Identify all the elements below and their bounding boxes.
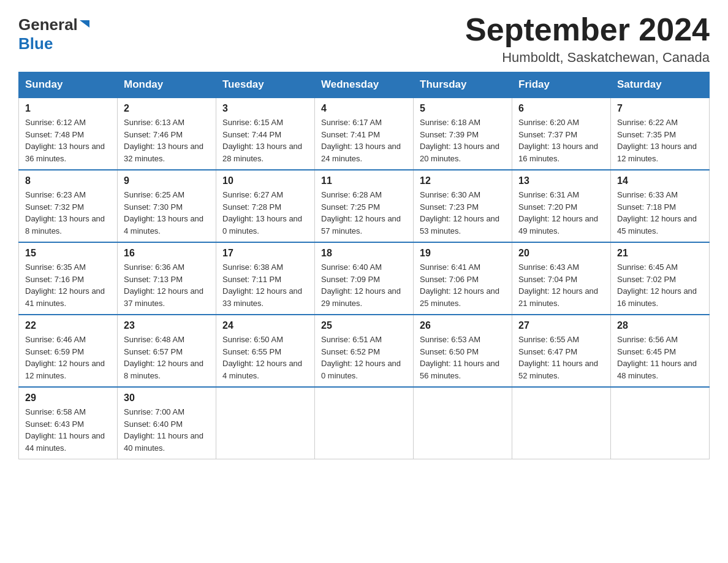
calendar-day-cell: 19Sunrise: 6:41 AMSunset: 7:06 PMDayligh…: [414, 242, 512, 315]
day-info: Sunrise: 6:50 AMSunset: 6:55 PMDaylight:…: [222, 334, 308, 381]
calendar-week-row: 29Sunrise: 6:58 AMSunset: 6:43 PMDayligh…: [19, 387, 710, 459]
calendar-day-cell: 26Sunrise: 6:53 AMSunset: 6:50 PMDayligh…: [414, 315, 512, 387]
calendar-day-cell: 2Sunrise: 6:13 AMSunset: 7:46 PMDaylight…: [118, 98, 216, 170]
calendar-column-header: Friday: [512, 72, 611, 98]
calendar-day-cell: 23Sunrise: 6:48 AMSunset: 6:57 PMDayligh…: [118, 315, 216, 387]
calendar-day-cell: 21Sunrise: 6:45 AMSunset: 7:02 PMDayligh…: [611, 242, 710, 315]
calendar-day-cell: 10Sunrise: 6:27 AMSunset: 7:28 PMDayligh…: [216, 170, 315, 242]
day-info: Sunrise: 6:38 AMSunset: 7:11 PMDaylight:…: [222, 261, 308, 309]
title-block: September 2024 Humboldt, Saskatchewan, C…: [465, 12, 710, 66]
calendar-day-cell: 22Sunrise: 6:46 AMSunset: 6:59 PMDayligh…: [19, 315, 118, 387]
logo: General Blue: [18, 12, 89, 53]
calendar-day-cell: [216, 387, 315, 459]
day-number: 14: [617, 175, 703, 186]
logo-general-text: General: [18, 15, 78, 34]
calendar-day-cell: 11Sunrise: 6:28 AMSunset: 7:25 PMDayligh…: [315, 170, 414, 242]
calendar-day-cell: [315, 387, 414, 459]
day-number: 24: [222, 320, 308, 331]
calendar-day-cell: 27Sunrise: 6:55 AMSunset: 6:47 PMDayligh…: [512, 315, 611, 387]
day-number: 5: [420, 103, 506, 114]
calendar-column-header: Saturday: [611, 72, 710, 98]
day-info: Sunrise: 6:27 AMSunset: 7:28 PMDaylight:…: [222, 189, 308, 237]
calendar-header-row: SundayMondayTuesdayWednesdayThursdayFrid…: [19, 72, 710, 98]
calendar-day-cell: 14Sunrise: 6:33 AMSunset: 7:18 PMDayligh…: [611, 170, 710, 242]
calendar-table: SundayMondayTuesdayWednesdayThursdayFrid…: [18, 72, 710, 459]
day-info: Sunrise: 6:35 AMSunset: 7:16 PMDaylight:…: [25, 261, 111, 309]
day-info: Sunrise: 6:55 AMSunset: 6:47 PMDaylight:…: [518, 334, 604, 381]
calendar-week-row: 8Sunrise: 6:23 AMSunset: 7:32 PMDaylight…: [19, 170, 710, 242]
calendar-day-cell: 1Sunrise: 6:12 AMSunset: 7:48 PMDaylight…: [19, 98, 118, 170]
day-info: Sunrise: 6:41 AMSunset: 7:06 PMDaylight:…: [420, 261, 506, 309]
day-number: 28: [617, 320, 703, 331]
day-info: Sunrise: 6:56 AMSunset: 6:45 PMDaylight:…: [617, 334, 703, 381]
day-info: Sunrise: 6:36 AMSunset: 7:13 PMDaylight:…: [124, 261, 210, 309]
calendar-week-row: 22Sunrise: 6:46 AMSunset: 6:59 PMDayligh…: [19, 315, 710, 387]
calendar-day-cell: 9Sunrise: 6:25 AMSunset: 7:30 PMDaylight…: [118, 170, 216, 242]
day-info: Sunrise: 6:13 AMSunset: 7:46 PMDaylight:…: [124, 117, 210, 164]
day-info: Sunrise: 6:17 AMSunset: 7:41 PMDaylight:…: [321, 117, 407, 164]
day-info: Sunrise: 6:31 AMSunset: 7:20 PMDaylight:…: [518, 189, 604, 237]
logo-blue-text: Blue: [18, 34, 53, 53]
calendar-day-cell: 6Sunrise: 6:20 AMSunset: 7:37 PMDaylight…: [512, 98, 611, 170]
calendar-week-row: 1Sunrise: 6:12 AMSunset: 7:48 PMDaylight…: [19, 98, 710, 170]
day-number: 22: [25, 320, 111, 331]
calendar-day-cell: 13Sunrise: 6:31 AMSunset: 7:20 PMDayligh…: [512, 170, 611, 242]
calendar-day-cell: 5Sunrise: 6:18 AMSunset: 7:39 PMDaylight…: [414, 98, 512, 170]
calendar-day-cell: [611, 387, 710, 459]
day-number: 23: [124, 320, 210, 331]
calendar-column-header: Monday: [118, 72, 216, 98]
calendar-day-cell: 18Sunrise: 6:40 AMSunset: 7:09 PMDayligh…: [315, 242, 414, 315]
calendar-day-cell: [512, 387, 611, 459]
calendar-day-cell: 8Sunrise: 6:23 AMSunset: 7:32 PMDaylight…: [19, 170, 118, 242]
day-number: 10: [222, 175, 308, 186]
day-info: Sunrise: 6:33 AMSunset: 7:18 PMDaylight:…: [617, 189, 703, 237]
day-number: 19: [420, 248, 506, 259]
calendar-day-cell: 17Sunrise: 6:38 AMSunset: 7:11 PMDayligh…: [216, 242, 315, 315]
day-number: 18: [321, 248, 407, 259]
day-info: Sunrise: 6:20 AMSunset: 7:37 PMDaylight:…: [518, 117, 604, 164]
calendar-day-cell: [414, 387, 512, 459]
calendar-day-cell: 30Sunrise: 7:00 AMSunset: 6:40 PMDayligh…: [118, 387, 216, 459]
day-info: Sunrise: 6:58 AMSunset: 6:43 PMDaylight:…: [25, 406, 111, 454]
day-info: Sunrise: 6:46 AMSunset: 6:59 PMDaylight:…: [25, 334, 111, 381]
calendar-day-cell: 15Sunrise: 6:35 AMSunset: 7:16 PMDayligh…: [19, 242, 118, 315]
calendar-day-cell: 3Sunrise: 6:15 AMSunset: 7:44 PMDaylight…: [216, 98, 315, 170]
day-number: 21: [617, 248, 703, 259]
day-number: 8: [25, 175, 111, 186]
calendar-day-cell: 28Sunrise: 6:56 AMSunset: 6:45 PMDayligh…: [611, 315, 710, 387]
day-info: Sunrise: 6:51 AMSunset: 6:52 PMDaylight:…: [321, 334, 407, 381]
day-info: Sunrise: 7:00 AMSunset: 6:40 PMDaylight:…: [124, 406, 210, 454]
day-info: Sunrise: 6:48 AMSunset: 6:57 PMDaylight:…: [124, 334, 210, 381]
day-number: 17: [222, 248, 308, 259]
day-info: Sunrise: 6:22 AMSunset: 7:35 PMDaylight:…: [617, 117, 703, 164]
calendar-day-cell: 29Sunrise: 6:58 AMSunset: 6:43 PMDayligh…: [19, 387, 118, 459]
day-number: 29: [25, 393, 111, 404]
day-number: 25: [321, 320, 407, 331]
day-info: Sunrise: 6:45 AMSunset: 7:02 PMDaylight:…: [617, 261, 703, 309]
day-number: 2: [124, 103, 210, 114]
day-number: 1: [25, 103, 111, 114]
calendar-column-header: Tuesday: [216, 72, 315, 98]
calendar-day-cell: 4Sunrise: 6:17 AMSunset: 7:41 PMDaylight…: [315, 98, 414, 170]
day-number: 7: [617, 103, 703, 114]
day-info: Sunrise: 6:40 AMSunset: 7:09 PMDaylight:…: [321, 261, 407, 309]
day-number: 9: [124, 175, 210, 186]
page-title: September 2024: [465, 12, 710, 47]
location-subtitle: Humboldt, Saskatchewan, Canada: [465, 50, 710, 66]
calendar-day-cell: 7Sunrise: 6:22 AMSunset: 7:35 PMDaylight…: [611, 98, 710, 170]
day-info: Sunrise: 6:12 AMSunset: 7:48 PMDaylight:…: [25, 117, 111, 164]
calendar-header: SundayMondayTuesdayWednesdayThursdayFrid…: [19, 72, 710, 98]
day-info: Sunrise: 6:25 AMSunset: 7:30 PMDaylight:…: [124, 189, 210, 237]
calendar-body: 1Sunrise: 6:12 AMSunset: 7:48 PMDaylight…: [19, 98, 710, 459]
day-number: 3: [222, 103, 308, 114]
day-number: 26: [420, 320, 506, 331]
calendar-week-row: 15Sunrise: 6:35 AMSunset: 7:16 PMDayligh…: [19, 242, 710, 315]
calendar-day-cell: 25Sunrise: 6:51 AMSunset: 6:52 PMDayligh…: [315, 315, 414, 387]
day-number: 20: [518, 248, 604, 259]
day-number: 16: [124, 248, 210, 259]
day-info: Sunrise: 6:18 AMSunset: 7:39 PMDaylight:…: [420, 117, 506, 164]
calendar-day-cell: 16Sunrise: 6:36 AMSunset: 7:13 PMDayligh…: [118, 242, 216, 315]
calendar-column-header: Sunday: [19, 72, 118, 98]
calendar-day-cell: 20Sunrise: 6:43 AMSunset: 7:04 PMDayligh…: [512, 242, 611, 315]
page-header: General Blue September 2024 Humboldt, Sa…: [18, 12, 710, 66]
